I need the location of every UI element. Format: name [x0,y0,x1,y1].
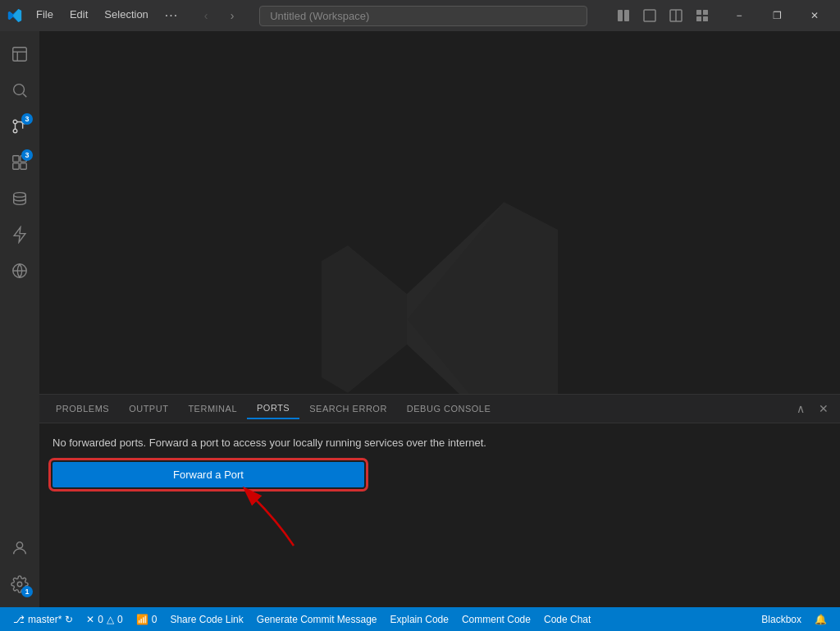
svg-rect-17 [21,163,26,169]
titlebar: File Edit Selection ··· ‹ › [0,0,840,31]
svg-point-11 [13,120,17,124]
menu-file[interactable]: File [30,5,60,26]
warnings-count: 0 [117,614,123,625]
tab-debug-console[interactable]: DEBUG CONSOLE [397,399,500,418]
svg-rect-9 [13,48,27,62]
activity-explorer[interactable] [3,38,36,71]
menu-selection[interactable]: Selection [98,5,154,26]
tab-terminal[interactable]: TERMINAL [178,399,247,418]
errors-count: 0 [98,614,103,625]
svg-rect-16 [13,163,19,169]
source-control-badge: 3 [21,113,33,125]
activity-lightning[interactable] [3,218,36,251]
tab-ports[interactable]: PORTS [247,398,299,419]
panel-tabs: PROBLEMS OUTPUT TERMINAL PORTS SEARCH ER… [39,395,840,423]
svg-point-21 [17,582,22,587]
minimize-button[interactable]: − [720,0,758,31]
search-input[interactable] [259,6,587,26]
nav-back-button[interactable]: ‹ [194,6,217,25]
restore-button[interactable]: ❐ [758,0,796,31]
branch-icon: ⎇ [13,614,25,625]
search-bar[interactable] [259,6,587,26]
svg-rect-5 [696,10,701,15]
activity-globe[interactable] [3,254,36,287]
svg-point-10 [14,85,25,95]
layout-btn-3[interactable] [664,6,687,25]
statusbar-blackbox[interactable]: Blackbox [755,607,808,631]
activity-account[interactable] [3,532,36,565]
activity-database[interactable] [3,182,36,215]
menu-more[interactable]: ··· [158,5,185,26]
no-ports-message: No forwarded ports. Forward a port to ac… [52,437,827,449]
warnings-icon: △ [107,614,114,625]
statusbar-bell[interactable]: 🔔 [808,607,833,631]
panel-close-button[interactable]: ✕ [814,399,833,418]
arrow-annotation [236,480,343,554]
svg-rect-14 [13,156,19,162]
layout-btn-2[interactable] [638,6,661,25]
close-button[interactable]: ✕ [796,0,833,31]
statusbar-share-code[interactable]: Share Code Link [163,607,249,631]
statusbar-comment-code[interactable]: Comment Code [455,607,537,631]
tab-output[interactable]: OUTPUT [119,399,178,418]
branch-label: master* [28,614,62,625]
editor-area: PROBLEMS OUTPUT TERMINAL PORTS SEARCH ER… [39,31,840,607]
panel: PROBLEMS OUTPUT TERMINAL PORTS SEARCH ER… [39,394,840,607]
tab-problems[interactable]: PROBLEMS [46,399,119,418]
statusbar-explain-code[interactable]: Explain Code [384,607,455,631]
svg-rect-7 [696,16,701,21]
activity-extensions[interactable]: 3 [3,146,36,179]
activity-bar: 3 3 [0,31,39,607]
svg-rect-0 [618,10,623,21]
layout-btn-4[interactable] [691,6,714,25]
window-controls: − ❐ ✕ [720,0,833,31]
settings-badge: 1 [21,586,33,597]
sync-icon: ↻ [65,614,73,625]
activity-bar-bottom: 1 [3,532,36,601]
svg-point-20 [16,542,22,548]
svg-rect-1 [624,10,629,21]
extensions-badge: 3 [21,149,33,161]
nav-forward-button[interactable]: › [221,6,244,25]
signal-count: 0 [152,614,158,625]
svg-rect-6 [703,10,708,15]
tab-search-error[interactable]: SEARCH ERROR [299,399,397,418]
statusbar-errors[interactable]: ✕ 0 △ 0 [80,607,129,631]
statusbar: ⎇ master* ↻ ✕ 0 △ 0 📶 0 Share Code Link … [0,607,840,631]
panel-content: No forwarded ports. Forward a port to ac… [39,423,840,501]
svg-point-13 [13,129,17,133]
layout-btn-1[interactable] [612,6,635,25]
main-layout: 3 3 [0,31,840,607]
statusbar-code-chat[interactable]: Code Chat [537,607,597,631]
bell-icon: 🔔 [815,614,827,625]
statusbar-generate-commit[interactable]: Generate Commit Message [250,607,384,631]
nav-controls: ‹ › [194,6,244,25]
svg-rect-2 [644,10,655,21]
svg-point-18 [14,193,26,198]
activity-search[interactable] [3,74,36,107]
menu-bar: File Edit Selection ··· [30,5,185,26]
window-layout-controls [612,6,714,25]
svg-rect-8 [703,16,708,21]
statusbar-branch[interactable]: ⎇ master* ↻ [7,607,80,631]
statusbar-right: Blackbox 🔔 [755,607,833,631]
statusbar-left: ⎇ master* ↻ ✕ 0 △ 0 📶 0 Share Code Link … [7,607,597,631]
menu-edit[interactable]: Edit [63,5,94,26]
activity-settings[interactable]: 1 [3,568,36,601]
vscode-logo [7,7,23,24]
activity-source-control[interactable]: 3 [3,110,36,143]
errors-icon: ✕ [86,614,94,625]
panel-tab-controls: ∧ ✕ [791,399,833,418]
signal-icon: 📶 [136,614,148,625]
statusbar-signal[interactable]: 📶 0 [130,607,164,631]
panel-collapse-button[interactable]: ∧ [791,399,810,418]
